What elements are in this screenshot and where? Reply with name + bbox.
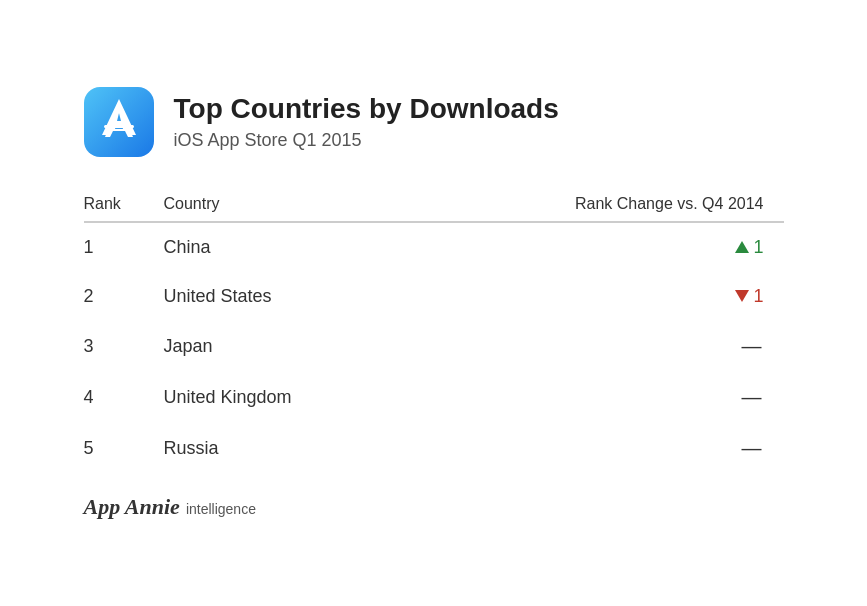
cell-rank-change: 1: [424, 272, 784, 321]
cell-rank-change: 1: [424, 223, 784, 272]
change-value: 1: [753, 237, 763, 258]
no-change-indicator: —: [742, 437, 764, 460]
change-value: 1: [753, 286, 763, 307]
cell-country: Russia: [164, 423, 424, 474]
up-arrow-icon: [735, 241, 749, 253]
table-row: 1China1: [84, 223, 784, 272]
footer: App Annie intelligence: [84, 494, 784, 520]
header-text: Top Countries by Downloads iOS App Store…: [174, 92, 559, 151]
cell-rank-change: —: [424, 321, 784, 372]
cell-country: United Kingdom: [164, 372, 424, 423]
table-row: 3Japan—: [84, 321, 784, 372]
cell-rank: 3: [84, 321, 164, 372]
data-table: Rank Country Rank Change vs. Q4 2014 1Ch…: [84, 187, 784, 474]
table-row: 4United Kingdom—: [84, 372, 784, 423]
page-subtitle: iOS App Store Q1 2015: [174, 130, 559, 151]
no-change-indicator: —: [742, 386, 764, 409]
cell-rank-change: —: [424, 423, 784, 474]
table-row: 2United States1: [84, 272, 784, 321]
cell-country: United States: [164, 272, 424, 321]
cell-rank: 2: [84, 272, 164, 321]
brand-tagline: intelligence: [186, 501, 256, 517]
cell-country: China: [164, 223, 424, 272]
svg-rect-1: [104, 125, 134, 128]
app-store-icon: [84, 87, 154, 157]
header: Top Countries by Downloads iOS App Store…: [84, 87, 784, 157]
col-country: Country: [164, 187, 424, 222]
table-row: 5Russia—: [84, 423, 784, 474]
cell-rank: 1: [84, 223, 164, 272]
cell-country: Japan: [164, 321, 424, 372]
no-change-indicator: —: [742, 335, 764, 358]
cell-rank: 5: [84, 423, 164, 474]
main-card: Top Countries by Downloads iOS App Store…: [44, 57, 824, 550]
cell-rank-change: —: [424, 372, 784, 423]
down-arrow-icon: [735, 290, 749, 302]
page-title: Top Countries by Downloads: [174, 92, 559, 126]
col-rank: Rank: [84, 187, 164, 222]
col-rank-change: Rank Change vs. Q4 2014: [424, 187, 784, 222]
cell-rank: 4: [84, 372, 164, 423]
brand-logo: App Annie: [84, 494, 180, 520]
